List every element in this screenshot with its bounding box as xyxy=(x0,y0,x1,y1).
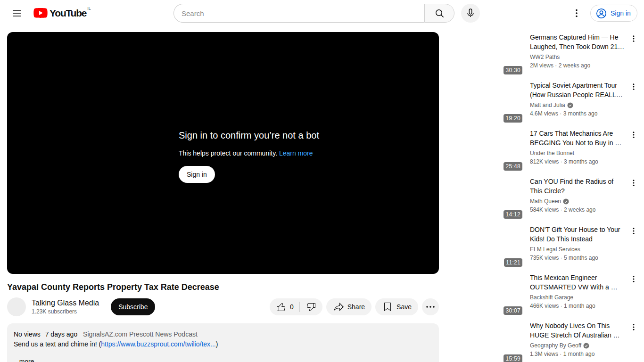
video-title: Yavapai County Reports Property Tax Rate… xyxy=(7,281,439,293)
thumbs-up-icon xyxy=(275,301,287,313)
header-signin-button[interactable]: Sign in xyxy=(590,5,637,22)
related-item-menu-button[interactable] xyxy=(628,129,639,140)
kebab-vertical-icon xyxy=(571,8,582,19)
hamburger-menu-button[interactable] xyxy=(8,4,26,23)
expand-description-button[interactable]: ...more xyxy=(14,357,432,362)
related-video-title[interactable]: Typical Soviet Apartment Tour (How Russi… xyxy=(530,81,625,99)
video-thumbnail[interactable]: 25:48 xyxy=(445,128,524,173)
duration-badge: 30:30 xyxy=(504,66,522,74)
kebab-vertical-icon xyxy=(629,227,638,235)
related-item-menu-button[interactable] xyxy=(628,321,639,333)
related-channel-name[interactable]: Matt and Julia xyxy=(530,101,565,109)
video-more-actions-button[interactable] xyxy=(422,298,439,315)
video-thumbnail[interactable]: 30:30 xyxy=(445,32,524,76)
search-box xyxy=(173,4,454,23)
verified-badge-icon xyxy=(583,343,589,349)
related-item-menu-button[interactable] xyxy=(628,177,639,189)
youtube-play-icon xyxy=(33,8,48,18)
related-video-item: 11:21 DON'T Gift Your House to Your Kids… xyxy=(445,224,639,269)
related-video-title[interactable]: DON'T Gift Your House to Your Kids! Do T… xyxy=(530,225,625,244)
channel-name[interactable]: Talking Glass Media xyxy=(32,298,99,308)
like-count: 0 xyxy=(290,303,294,311)
view-count: No views xyxy=(14,330,41,338)
save-label: Save xyxy=(396,303,412,311)
search-button[interactable] xyxy=(424,4,454,23)
video-thumbnail[interactable]: 14:12 xyxy=(445,176,524,221)
channel-row: Talking Glass Media 1.23K subscribers Su… xyxy=(7,297,439,316)
related-channel-name[interactable]: WW2 Paths xyxy=(530,53,560,61)
related-video-title[interactable]: Can YOU Find the Radius of This Circle? xyxy=(530,177,625,196)
related-video-item: 19:20 Typical Soviet Apartment Tour (How… xyxy=(445,80,639,124)
related-channel-name[interactable]: ELM Legal Services xyxy=(530,246,580,254)
video-thumbnail[interactable]: 19:20 xyxy=(445,80,524,124)
dislike-button[interactable] xyxy=(300,298,322,315)
video-thumbnail[interactable]: 11:21 xyxy=(445,224,524,269)
duration-badge: 25:48 xyxy=(504,162,522,171)
related-item-menu-button[interactable] xyxy=(628,273,639,285)
region-code: IL xyxy=(87,6,91,11)
related-channel-name[interactable]: Math Queen xyxy=(530,197,561,206)
header-more-options-button[interactable] xyxy=(567,4,586,23)
related-video-item: 15:59 Why Nobody Lives On This HUGE Stre… xyxy=(445,321,639,362)
kebab-vertical-icon xyxy=(629,179,638,187)
description-text: Send us a text and chime in! ( xyxy=(14,340,101,348)
related-videos-sidebar: 30:30 Germans Captured Him — He Laughed,… xyxy=(445,32,639,362)
video-player[interactable]: Sign in to confirm you’re not a bot This… xyxy=(7,32,439,274)
related-video-title[interactable]: This Mexican Engineer OUTSMARTED VW With… xyxy=(530,273,625,292)
related-item-menu-button[interactable] xyxy=(628,81,639,92)
kebab-vertical-icon xyxy=(629,82,638,91)
overlay-signin-button[interactable]: Sign in xyxy=(179,166,215,183)
related-video-item: 14:12 Can YOU Find the Radius of This Ci… xyxy=(445,176,639,221)
kebab-vertical-icon xyxy=(629,131,638,139)
top-bar: YouTube IL Sign in xyxy=(0,0,644,26)
search-input[interactable] xyxy=(173,4,424,23)
related-video-meta: 466K views · 1 month ago xyxy=(530,302,625,310)
description-box[interactable]: No views 7 days ago SignalsAZ.com Presco… xyxy=(7,323,439,362)
voice-search-button[interactable] xyxy=(461,4,480,23)
youtube-logo[interactable]: YouTube IL xyxy=(33,8,91,18)
share-button[interactable]: Share xyxy=(326,298,372,315)
bookmark-icon xyxy=(382,301,393,313)
subscribe-button[interactable]: Subscribe xyxy=(111,298,155,315)
microphone-icon xyxy=(465,8,476,19)
youtube-wordmark: YouTube xyxy=(50,8,86,18)
kebab-vertical-icon xyxy=(629,323,638,331)
channel-avatar[interactable] xyxy=(7,297,26,316)
youtube-watch-page: YouTube IL Sign in xyxy=(0,0,644,362)
related-video-meta: 2M views · 2 weeks ago xyxy=(530,62,625,70)
learn-more-link[interactable]: Learn more xyxy=(279,149,313,157)
related-item-menu-button[interactable] xyxy=(628,225,639,237)
signin-label: Sign in xyxy=(611,9,631,17)
share-label: Share xyxy=(347,303,365,311)
related-channel-name[interactable]: Backshift Garage xyxy=(530,294,573,302)
related-video-title[interactable]: 17 Cars That Mechanics Are BEGGING You N… xyxy=(530,129,625,148)
save-button[interactable]: Save xyxy=(375,298,418,315)
related-video-item: 30:30 Germans Captured Him — He Laughed,… xyxy=(445,32,639,76)
verified-badge-icon xyxy=(563,198,569,205)
like-dislike-group: 0 xyxy=(270,298,322,315)
overlay-title: Sign in to confirm you’re not a bot xyxy=(179,129,319,141)
upload-date: 7 days ago xyxy=(45,330,78,338)
related-channel-name[interactable]: Geography By Geoff xyxy=(530,342,581,350)
description-text-suffix: ) xyxy=(216,340,218,348)
related-video-item: 25:48 17 Cars That Mechanics Are BEGGING… xyxy=(445,128,639,173)
share-icon xyxy=(333,301,344,313)
related-video-title[interactable]: Why Nobody Lives On This HUGE Stretch Of… xyxy=(530,321,625,340)
related-channel-name[interactable]: Under the Bonnet xyxy=(530,149,574,157)
person-circle-icon xyxy=(595,8,607,19)
video-thumbnail[interactable]: 30:07 xyxy=(445,272,524,317)
search-icon xyxy=(434,8,445,19)
related-video-meta: 4.6M views · 3 months ago xyxy=(530,110,625,118)
like-button[interactable]: 0 xyxy=(270,298,299,315)
related-item-menu-button[interactable] xyxy=(628,33,639,44)
action-bar: 0 Share Save xyxy=(270,298,439,315)
hamburger-icon xyxy=(11,8,23,19)
duration-badge: 14:12 xyxy=(504,210,522,219)
duration-badge: 15:59 xyxy=(504,354,522,362)
video-thumbnail[interactable]: 15:59 xyxy=(445,321,524,362)
overlay-subtitle: This helps protect our community. xyxy=(179,149,277,157)
thumbs-down-icon xyxy=(305,301,317,313)
description-link[interactable]: https://www.buzzsprout.com/twilio/tex... xyxy=(101,340,216,348)
related-video-item: 30:07 This Mexican Engineer OUTSMARTED V… xyxy=(445,272,639,317)
related-video-title[interactable]: Germans Captured Him — He Laughed, Then … xyxy=(530,33,625,51)
